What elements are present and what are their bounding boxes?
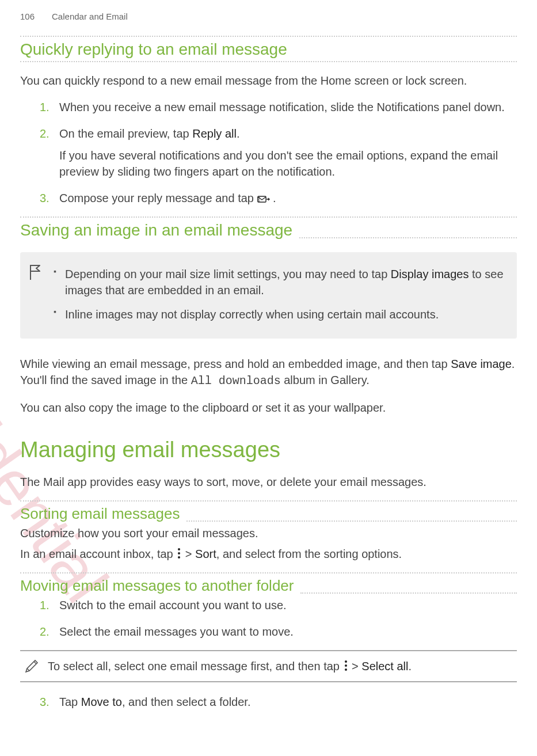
move-step-2-text: Select the email messages you want to mo… [59, 625, 294, 638]
step-marker: 3. [40, 694, 49, 710]
step-2-text-c: . [237, 127, 240, 140]
heading-save-image: Saving an image in an email message [20, 218, 299, 242]
move-steps-cont: 3. Tap Move to, and then select a folder… [20, 694, 517, 710]
svg-point-5 [345, 664, 347, 667]
sort-p2-d: , and select from the sorting options. [216, 548, 402, 560]
save-image-p1: While viewing an email message, press an… [20, 356, 517, 389]
select-all-label: Select all [361, 660, 408, 673]
save-image-label: Save image [451, 358, 512, 370]
step-3-text-a: Compose your reply message and tap [59, 192, 257, 204]
step-marker: 2. [40, 126, 49, 142]
svg-point-1 [178, 548, 180, 550]
all-downloads-label: All downloads [191, 374, 281, 388]
managing-intro: The Mail app provides easy ways to sort,… [20, 474, 517, 490]
page-header: 106 Calendar and Email [20, 12, 517, 21]
step-2: 2. On the email preview, tap Reply all. … [40, 126, 517, 180]
step-2-text-a: On the email preview, tap [59, 127, 192, 140]
step-3: 3. Compose your reply message and tap . [40, 190, 517, 206]
move-step-1: 1. Switch to the email account you want … [40, 597, 517, 613]
more-icon [176, 547, 182, 559]
reply-all-label: Reply all [192, 127, 237, 140]
step-3-text-b: . [273, 192, 276, 204]
svg-point-2 [178, 552, 180, 554]
sort-p2: In an email account inbox, tap > Sort, a… [20, 546, 517, 562]
svg-point-6 [345, 668, 347, 671]
step-2-sub: If you have several notifications and yo… [59, 147, 517, 180]
tip-select-all: To select all, select one email message … [20, 650, 517, 682]
save-image-p2: You can also copy the image to the clipb… [20, 400, 517, 416]
note-1: Depending on your mail size limit settin… [54, 266, 505, 298]
step-marker: 3. [40, 190, 49, 206]
move-step-3-c: , and then select a folder. [122, 696, 251, 708]
quick-reply-intro: You can quickly respond to a new email m… [20, 73, 517, 89]
flag-icon [28, 264, 42, 281]
note-1-a: Depending on your mail size limit settin… [65, 268, 391, 280]
heading-moving: Moving email messages to another folder [20, 573, 300, 597]
heading-sorting: Sorting email messages [20, 502, 186, 525]
pencil-icon [24, 658, 40, 674]
tip-a: To select all, select one email message … [48, 660, 343, 673]
heading-quick-reply: Quickly replying to an email message [20, 37, 517, 61]
move-step-3: 3. Tap Move to, and then select a folder… [40, 694, 517, 710]
send-icon [257, 192, 270, 202]
sort-p2-b: > [185, 548, 195, 560]
more-icon [343, 660, 349, 671]
watermark-text-2: for certification on [0, 737, 304, 749]
step-marker: 1. [40, 99, 49, 115]
move-to-label: Move to [81, 696, 122, 708]
step-marker: 1. [40, 597, 49, 613]
quick-reply-steps: 1. When you receive a new email message … [20, 99, 517, 206]
step-1: 1. When you receive a new email message … [40, 99, 517, 115]
heading-managing: Managing email messages [20, 438, 517, 462]
move-step-3-a: Tap [59, 696, 81, 708]
display-images-label: Display images [391, 268, 469, 280]
p1-e: album in Gallery. [281, 374, 370, 386]
tip-b: > [352, 660, 361, 673]
step-marker: 2. [40, 624, 49, 640]
sort-p2-a: In an email account inbox, tap [20, 548, 176, 560]
move-step-2: 2. Select the email messages you want to… [40, 624, 517, 640]
svg-point-3 [178, 556, 180, 559]
tip-d: . [408, 660, 412, 673]
chapter-title: Calendar and Email [52, 12, 128, 21]
step-1-text: When you receive a new email message not… [59, 101, 505, 113]
note-2: Inline images may not display correctly … [54, 306, 505, 322]
sort-p1: Customize how you sort your email messag… [20, 525, 517, 541]
move-steps: 1. Switch to the email account you want … [20, 597, 517, 640]
page-number: 106 [20, 12, 35, 21]
sort-label: Sort [195, 548, 216, 560]
callout-notes: Depending on your mail size limit settin… [20, 252, 517, 339]
p1-a: While viewing an email message, press an… [20, 358, 451, 370]
svg-point-4 [345, 660, 347, 663]
move-step-1-text: Switch to the email account you want to … [59, 599, 287, 611]
